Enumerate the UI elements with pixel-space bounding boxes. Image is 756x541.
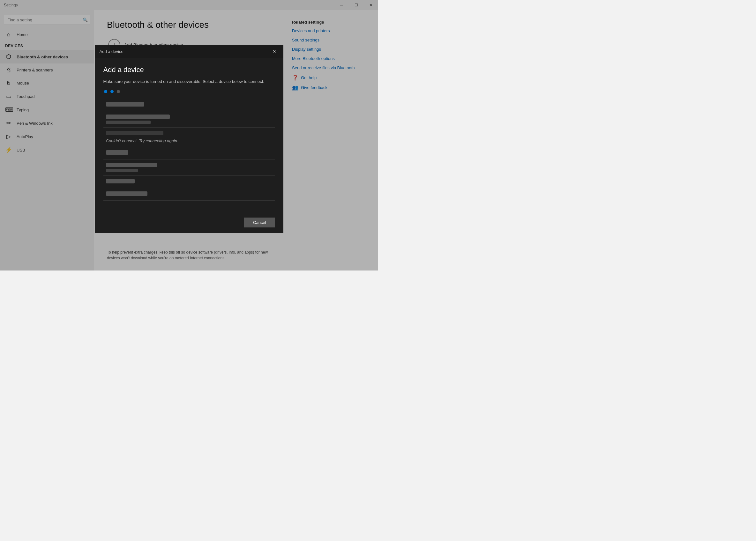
list-item[interactable] — [103, 147, 275, 160]
dot-2 — [110, 90, 114, 93]
device-name-blur — [106, 115, 170, 119]
list-item[interactable] — [103, 99, 275, 111]
device-sub-blur — [106, 169, 138, 172]
dialog-footer: Cancel — [95, 214, 284, 233]
device-name-blur — [106, 102, 144, 107]
device-name-blur — [106, 150, 128, 155]
device-name-blur — [106, 163, 157, 167]
error-text: Couldn't connect. Try connecting again. — [106, 139, 178, 143]
list-item[interactable] — [103, 111, 275, 128]
list-item[interactable] — [103, 188, 275, 201]
dot-3 — [117, 90, 120, 93]
error-item: Couldn't connect. Try connecting again. — [103, 128, 275, 147]
scanning-dots — [103, 90, 275, 93]
device-sub-blur — [106, 121, 151, 124]
list-item[interactable] — [103, 176, 275, 188]
dialog-titlebar: Add a device ✕ — [95, 45, 284, 58]
dialog-title-text: Add a device — [100, 49, 124, 54]
dialog-description: Make sure your device is turned on and d… — [103, 79, 275, 85]
dialog-close-button[interactable]: ✕ — [270, 47, 279, 56]
dialog-heading: Add a device — [103, 66, 275, 74]
list-item[interactable] — [103, 160, 275, 176]
dialog-body: Add a device Make sure your device is tu… — [95, 58, 284, 214]
dot-1 — [104, 90, 107, 93]
device-list[interactable]: Couldn't connect. Try connecting again. — [103, 99, 275, 207]
device-name-blur — [106, 192, 147, 196]
device-name-blur — [106, 179, 135, 184]
add-device-dialog: Add a device ✕ Add a device Make sure yo… — [95, 45, 284, 233]
cancel-button[interactable]: Cancel — [244, 218, 275, 228]
